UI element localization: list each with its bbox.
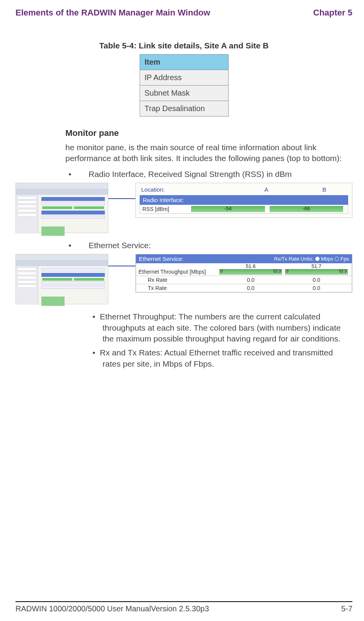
throughput-value-b: 51.7 bbox=[311, 263, 321, 269]
bullet-text: Ethernet Service: bbox=[89, 241, 151, 250]
bullet-ethernet-service: •Ethernet Service: bbox=[79, 240, 352, 251]
page-header: Elements of the RADWIN Manager Main Wind… bbox=[15, 8, 352, 18]
bullet-dot: • bbox=[79, 240, 89, 251]
throughput-bar-a: 51.6 0 52.3 bbox=[219, 269, 282, 274]
throughput-label: Ethernet Throughput [Mbps] bbox=[138, 269, 218, 275]
units-label: Rx/Tx Rate Units: bbox=[274, 256, 314, 262]
page-footer: RADWIN 1000/2000/5000 User ManualVersion… bbox=[15, 601, 352, 613]
ethernet-mini-thumbnail bbox=[15, 254, 108, 304]
column-a-header: A bbox=[231, 186, 302, 193]
rss-bar-a: -54 bbox=[191, 206, 265, 212]
bullet-text: Radio Interface, Received Signal Strengt… bbox=[89, 170, 292, 178]
unit-mbps[interactable]: Mbps bbox=[321, 256, 333, 262]
table-row: Trap Desalination bbox=[140, 101, 228, 117]
sub-bullet-text: Rx and Tx Rates: Actual Ethernet traffic… bbox=[100, 348, 333, 368]
table-row: IP Address bbox=[140, 70, 228, 86]
tp-b-max: 52.3 bbox=[339, 269, 347, 273]
ethernet-section-label: Ethernet Service: bbox=[139, 256, 183, 262]
radio-figure-row: Location: A B Radio Interface: RSS [dBm]… bbox=[15, 183, 352, 233]
sub-bullet-text: Ethernet Throughput: The numbers are the… bbox=[100, 312, 341, 343]
tx-value-b: 0.0 bbox=[284, 285, 349, 291]
bullet-dot: • bbox=[79, 169, 89, 180]
radio-mbps-icon[interactable] bbox=[315, 257, 320, 261]
tx-rate-row: Tx Rate 0.0 0.0 bbox=[136, 284, 352, 292]
rss-row: RSS [dBm] -54 -66 bbox=[140, 205, 348, 214]
bullet-dot: • bbox=[92, 348, 100, 357]
tp-a-max: 52.3 bbox=[273, 269, 281, 273]
rx-label: Rx Rate bbox=[138, 277, 218, 283]
connector-line bbox=[108, 198, 135, 199]
bullet-dot: • bbox=[92, 312, 100, 321]
monitor-pane-heading: Monitor pane bbox=[65, 128, 352, 138]
footer-left: RADWIN 1000/2000/5000 User ManualVersion… bbox=[15, 604, 209, 613]
table-header-item: Item bbox=[140, 55, 228, 70]
rss-bar-b: -66 bbox=[270, 206, 343, 212]
throughput-value-a: 51.6 bbox=[246, 263, 255, 269]
column-b-header: B bbox=[302, 186, 347, 193]
tx-label: Tx Rate bbox=[138, 285, 218, 291]
section-title: Elements of the RADWIN Manager Main Wind… bbox=[15, 8, 210, 18]
rx-rate-row: Rx Rate 0.0 0.0 bbox=[136, 276, 352, 284]
connector-line bbox=[108, 266, 135, 266]
table-caption: Table 5-4: Link site details, Site A and… bbox=[15, 41, 352, 50]
rate-units-group: Rx/Tx Rate Units: Mbps Fps bbox=[274, 256, 349, 262]
unit-fps[interactable]: Fps bbox=[340, 256, 349, 262]
monitor-intro: he monitor pane, is the main source of r… bbox=[65, 142, 352, 164]
sub-bullet-throughput: • Ethernet Throughput: The numbers are t… bbox=[92, 311, 352, 344]
sub-bullet-rxtx: • Rx and Tx Rates: Actual Ethernet traff… bbox=[92, 347, 352, 369]
radio-detail-panel: Location: A B Radio Interface: RSS [dBm]… bbox=[135, 183, 352, 218]
rx-value-a: 0.0 bbox=[218, 277, 284, 283]
ethernet-service-header: Ethernet Service: Rx/Tx Rate Units: Mbps… bbox=[136, 254, 352, 263]
location-label: Location: bbox=[141, 186, 231, 193]
table-row: Subnet Mask bbox=[140, 86, 228, 101]
ethernet-detail-panel: Ethernet Service: Rx/Tx Rate Units: Mbps… bbox=[135, 254, 352, 293]
throughput-row: Ethernet Throughput [Mbps] 51.6 0 52.3 5… bbox=[136, 263, 352, 276]
tp-b-min: 0 bbox=[286, 269, 289, 273]
radio-fps-icon[interactable] bbox=[335, 257, 339, 261]
radio-mini-thumbnail bbox=[15, 183, 108, 233]
footer-page-number: 5-7 bbox=[341, 604, 352, 613]
radio-interface-header: Radio Interface: bbox=[140, 195, 348, 205]
rx-value-b: 0.0 bbox=[284, 277, 349, 283]
rss-label: RSS [dBm] bbox=[142, 206, 189, 212]
bullet-radio-interface: •Radio Interface, Received Signal Streng… bbox=[79, 169, 352, 180]
tp-a-min: 0 bbox=[220, 269, 223, 273]
throughput-bar-b: 51.7 0 52.3 bbox=[285, 269, 348, 274]
rss-value-b: -66 bbox=[302, 206, 310, 211]
tx-value-a: 0.0 bbox=[218, 285, 284, 291]
ethernet-figure-row: Ethernet Service: Rx/Tx Rate Units: Mbps… bbox=[15, 254, 352, 304]
chapter-label: Chapter 5 bbox=[313, 8, 352, 18]
rss-value-a: -54 bbox=[224, 206, 232, 211]
link-site-table: Item IP Address Subnet Mask Trap Desalin… bbox=[140, 54, 229, 117]
